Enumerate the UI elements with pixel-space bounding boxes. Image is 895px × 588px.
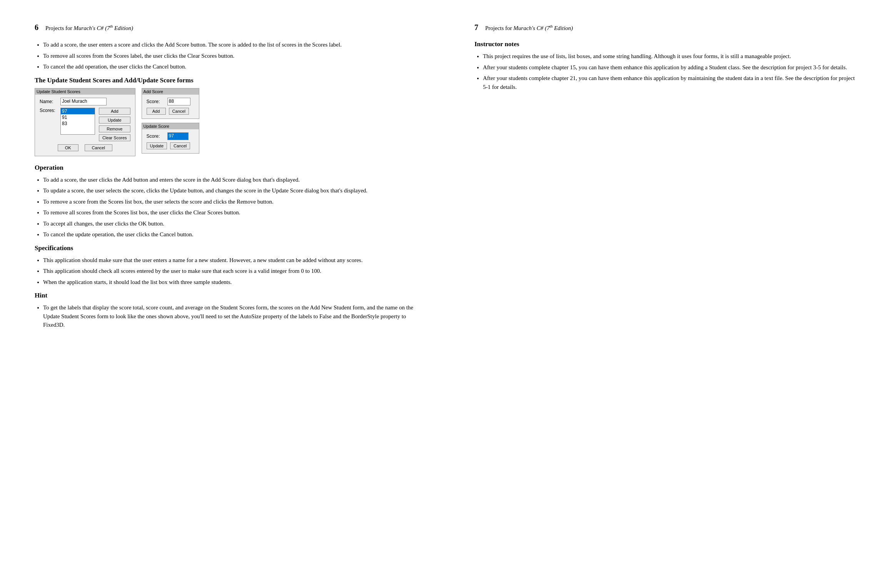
instructor-note-2: After your students complete chapter 15,… [483, 63, 860, 72]
instructor-notes-heading: Instructor notes [474, 40, 860, 48]
update-form-title: Update Student Scores [35, 89, 135, 95]
score-item-83[interactable]: 83 [61, 120, 95, 127]
left-page-header: 6 Projects for Murach's C# (7th Edition) [35, 23, 421, 32]
intro-bullet-2: To remove all scores from the Scores lab… [43, 52, 421, 60]
left-book-title: Projects for Murach's C# (7th Edition) [45, 24, 133, 32]
operation-bullets-list: To add a score, the user clicks the Add … [43, 175, 421, 239]
score-item-91[interactable]: 91 [61, 114, 95, 120]
right-page-header: 7 Projects for Murach's C# (7th Edition) [474, 23, 860, 32]
operation-bullet-1: To add a score, the user clicks the Add … [43, 175, 421, 184]
update-score-buttons-row: Update Cancel [147, 142, 194, 149]
add-score-add-button[interactable]: Add [147, 108, 166, 115]
update-score-input[interactable]: 97 [167, 132, 189, 140]
name-label: Name: [40, 99, 58, 104]
forms-row: Update Student Scores Name: Joel Murach … [35, 88, 421, 156]
spec-bullet-3: When the application starts, it should l… [43, 278, 421, 287]
right-page-number: 7 [474, 23, 478, 32]
right-book-title: Projects for Murach's C# (7th Edition) [485, 24, 573, 32]
instructor-notes-list: This project requires the use of lists, … [483, 52, 860, 91]
add-button[interactable]: Add [99, 108, 130, 115]
ok-cancel-row: OK Cancel [40, 144, 130, 151]
add-score-field-row: Score: 88 [147, 98, 194, 105]
instructor-note-3: After your students complete chapter 21,… [483, 74, 860, 91]
name-field-row: Name: Joel Murach [40, 98, 130, 105]
spec-bullet-1: This application should make sure that t… [43, 256, 421, 265]
scores-row: Scores: 97 91 83 Add Update Remove Clear… [40, 108, 130, 141]
forms-section-heading: The Update Student Scores and Add/Update… [35, 77, 421, 84]
scores-listbox[interactable]: 97 91 83 [60, 108, 95, 135]
right-page: 7 Projects for Murach's C# (7th Edition)… [463, 15, 872, 573]
add-score-cancel-button[interactable]: Cancel [169, 108, 189, 115]
scores-label: Scores: [40, 108, 58, 113]
intro-bullets-list: To add a score, the user enters a score … [43, 40, 421, 71]
left-page: 6 Projects for Murach's C# (7th Edition)… [23, 15, 432, 573]
operation-heading: Operation [35, 164, 421, 172]
update-score-field-row: Score: 97 [147, 132, 194, 140]
add-score-form: Add Score Score: 88 Add Cancel [142, 88, 199, 119]
operation-bullet-2: To update a score, the user selects the … [43, 186, 421, 195]
operation-bullet-5: To accept all changes, the user clicks t… [43, 219, 421, 228]
operation-bullet-3: To remove a score from the Scores list b… [43, 197, 421, 206]
ok-button[interactable]: OK [58, 144, 78, 151]
update-score-cancel-button[interactable]: Cancel [170, 142, 190, 149]
score-item-97[interactable]: 97 [61, 108, 95, 114]
intro-bullet-1: To add a score, the user enters a score … [43, 40, 421, 49]
update-score-form: Update Score Score: 97 Update Cancel [142, 123, 199, 154]
spec-bullet-2: This application should check all scores… [43, 267, 421, 276]
add-score-input[interactable]: 88 [167, 98, 190, 105]
add-score-buttons-row: Add Cancel [147, 108, 194, 115]
score-buttons-col: Add Update Remove Clear Scores [99, 108, 130, 141]
update-score-form-title: Update Score [142, 123, 199, 129]
name-input[interactable]: Joel Murach [60, 98, 107, 105]
specifications-heading: Specifications [35, 244, 421, 252]
update-score-label: Score: [147, 134, 165, 139]
intro-bullet-3: To cancel the add operation, the user cl… [43, 62, 421, 71]
update-score-update-button[interactable]: Update [147, 142, 167, 149]
hint-heading: Hint [35, 292, 421, 299]
left-page-number: 6 [35, 23, 38, 32]
right-forms-col: Add Score Score: 88 Add Cancel Update Sc… [142, 88, 199, 156]
hint-bullets-list: To get the labels that display the score… [43, 303, 421, 329]
remove-button[interactable]: Remove [99, 125, 130, 132]
add-score-form-title: Add Score [142, 89, 199, 95]
add-score-label: Score: [147, 99, 165, 104]
update-student-scores-form: Update Student Scores Name: Joel Murach … [35, 88, 135, 156]
update-button[interactable]: Update [99, 117, 130, 124]
hint-bullet-1: To get the labels that display the score… [43, 303, 421, 329]
operation-bullet-6: To cancel the update operation, the user… [43, 230, 421, 239]
instructor-note-1: This project requires the use of lists, … [483, 52, 860, 61]
operation-bullet-4: To remove all scores from the Scores lis… [43, 208, 421, 217]
specifications-bullets-list: This application should make sure that t… [43, 256, 421, 287]
cancel-button[interactable]: Cancel [85, 144, 112, 151]
clear-scores-button[interactable]: Clear Scores [99, 134, 130, 141]
